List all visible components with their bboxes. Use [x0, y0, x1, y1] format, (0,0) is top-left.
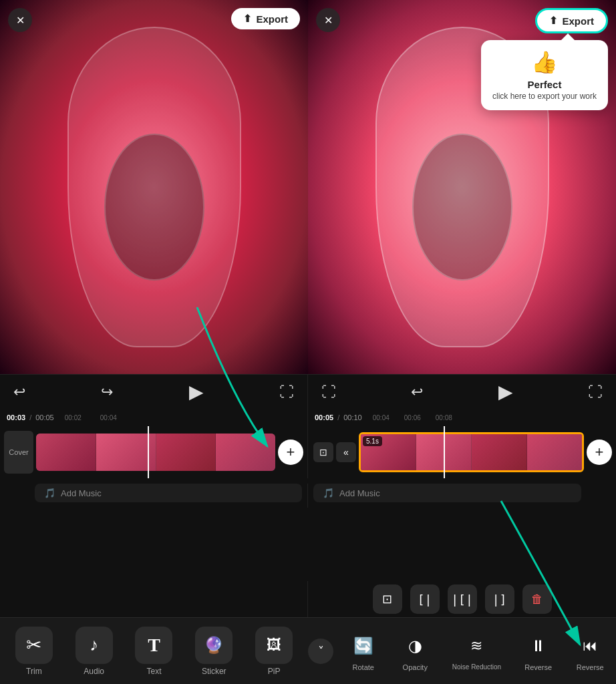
undo-button-right[interactable]: ↩ — [411, 383, 423, 401]
reverse-tool[interactable]: ⏮ Reverse — [575, 631, 605, 671]
trim-label: Trim — [26, 667, 42, 676]
tooltip-emoji: 👍 — [492, 49, 597, 75]
sticker-icon: 🔮 — [195, 627, 233, 664]
add-music-right[interactable]: 🎵 Add Music — [313, 484, 581, 502]
clip-tool-2[interactable]: « — [336, 442, 356, 462]
sticker-label: Sticker — [202, 667, 226, 676]
music-label-right: Add Music — [339, 488, 380, 498]
split-left-tool-button[interactable]: [| — [410, 584, 440, 614]
rotate-label: Rotate — [353, 663, 374, 671]
timecode-right: 00:05 — [315, 413, 333, 421]
timecode-total-left: 00:05 — [35, 413, 54, 421]
reverse-icon: ⏮ — [575, 631, 605, 661]
timecode-left: 00:03 — [7, 413, 25, 421]
timeline-mark-3-right: 00:08 — [436, 414, 452, 421]
fullscreen-button-right2[interactable]: ⛶ — [588, 383, 603, 401]
music-icon-left: 🎵 — [44, 488, 55, 498]
add-music-left[interactable]: 🎵 Add Music — [35, 484, 302, 502]
timeline-mark-2-left: 00:04 — [100, 414, 117, 421]
freeze-tool[interactable]: ⏸ Reverse — [524, 631, 553, 671]
export-icon-right: ⬆ — [549, 15, 558, 27]
music-icon-right: 🎵 — [323, 488, 334, 498]
timeline-mark-1-right: 00:04 — [373, 414, 390, 421]
collapse-button[interactable]: ˅ — [308, 639, 333, 664]
fullscreen-button-right[interactable]: ⛶ — [321, 383, 336, 401]
split-both-tool-button[interactable]: |[| — [448, 584, 477, 614]
tooltip-popup: 👍 Perfect click here to export your work — [481, 40, 608, 110]
freeze-icon: ⏸ — [524, 631, 553, 661]
pip-icon: 🖼 — [255, 627, 293, 664]
text-icon: T — [135, 627, 172, 664]
export-button-right[interactable]: ⬆ Export — [535, 8, 608, 33]
clip-tool-1[interactable]: ⊡ — [313, 442, 333, 462]
undo-button-left[interactable]: ↩ — [13, 383, 25, 401]
sticker-tool[interactable]: 🔮 Sticker — [192, 624, 235, 679]
music-label-left: Add Music — [61, 488, 102, 498]
freeze-label: Reverse — [524, 663, 552, 671]
add-clip-button-left[interactable]: + — [278, 440, 303, 465]
split-right-tool-button[interactable]: |] — [485, 584, 514, 614]
export-label-left: Export — [256, 13, 288, 25]
timecode-total-right: 00:10 — [343, 413, 362, 421]
close-icon-right: ✕ — [324, 14, 333, 27]
clip-strip-left[interactable] — [36, 434, 275, 471]
pip-label: PiP — [268, 667, 281, 676]
noise-reduction-label: Noise Reduction — [452, 663, 501, 671]
redo-button-left[interactable]: ↪ — [101, 383, 113, 401]
pip-tool-bottom[interactable]: 🖼 PiP — [253, 624, 295, 679]
timecode-sep-left: / — [29, 413, 31, 421]
export-button-left[interactable]: ⬆ Export — [231, 8, 300, 29]
audio-tool[interactable]: ♪ Audio — [73, 624, 116, 679]
cover-label: Cover — [4, 431, 33, 474]
opacity-label: Opacity — [403, 663, 428, 671]
timeline-mark-2-right: 00:06 — [404, 414, 421, 421]
tooltip-title: Perfect — [492, 79, 597, 90]
export-label-right: Export — [562, 15, 594, 27]
play-button-left[interactable]: ▶ — [189, 381, 204, 403]
delete-tool-button[interactable]: 🗑 — [522, 584, 552, 614]
reverse-label: Reverse — [577, 663, 604, 671]
text-tool[interactable]: T Text — [132, 624, 175, 679]
opacity-tool[interactable]: ◑ Opacity — [400, 631, 430, 671]
play-button-right[interactable]: ▶ — [498, 381, 513, 403]
opacity-icon: ◑ — [400, 631, 430, 661]
tooltip-subtitle: click here to export your work — [492, 92, 597, 101]
noise-reduction-icon: ≋ — [462, 631, 491, 661]
trim-tool[interactable]: ✂ Trim — [13, 624, 55, 679]
close-button-right[interactable]: ✕ — [316, 8, 340, 32]
rotate-icon: 🔄 — [349, 631, 378, 661]
noise-reduction-tool[interactable]: ≋ Noise Reduction — [452, 631, 501, 671]
fullscreen-button-left[interactable]: ⛶ — [279, 383, 294, 401]
clip-strip-right[interactable]: 5.1s — [359, 432, 584, 472]
timeline-mark-1-left: 00:02 — [65, 414, 82, 421]
text-label: Text — [146, 667, 161, 676]
rotate-tool[interactable]: 🔄 Rotate — [349, 631, 378, 671]
clip-duration-badge: 5.1s — [363, 436, 382, 446]
export-icon-left: ⬆ — [243, 13, 252, 25]
close-button-left[interactable]: ✕ — [8, 8, 32, 32]
pip-tool-button[interactable]: ⊡ — [373, 584, 402, 614]
timecode-sep-right: / — [337, 413, 339, 421]
audio-label: Audio — [84, 667, 104, 676]
trim-icon: ✂ — [15, 627, 53, 664]
close-icon-left: ✕ — [16, 14, 25, 27]
add-clip-button-right[interactable]: + — [587, 440, 612, 465]
audio-icon: ♪ — [75, 627, 113, 664]
